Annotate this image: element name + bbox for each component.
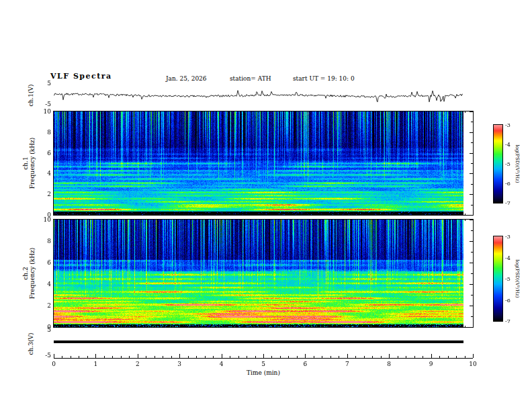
x-axis-tick-label: 7 (341, 361, 354, 367)
ch1-spectrogram-canvas (54, 111, 463, 215)
ch2-freq-tick-label: 8 (36, 238, 51, 244)
colorbar1-tick-label: -7 (505, 200, 511, 207)
colorbar2-tick-label: -7 (505, 318, 511, 325)
ch2-freq-tick-label: 6 (36, 259, 51, 266)
colorbar2-tick-label: -5 (505, 276, 511, 283)
ch1-freq-tick-label: 10 (36, 108, 51, 115)
ch1-volt-tick-label: 5 (36, 80, 51, 87)
colorbar1-tick-label: -5 (505, 161, 511, 168)
ch1-waveform-canvas (54, 83, 463, 107)
ch3-flatline-trace (54, 340, 463, 343)
colorbar1-tick-label: -3 (505, 122, 511, 129)
x-axis-tick-label: 3 (173, 361, 186, 367)
ch1-freq-tick-label: 2 (36, 191, 51, 197)
colorbar1-canvas (494, 125, 502, 203)
ch2-freq-tick-label: 4 (36, 281, 51, 287)
x-axis-tick-label: 4 (215, 361, 228, 367)
x-axis-tick-label: 1 (89, 361, 102, 367)
ch2-spectrogram-canvas (54, 220, 463, 327)
x-axis-tick-label: 2 (131, 361, 144, 367)
colorbar2-canvas (494, 236, 502, 321)
ch1-volt-tick-label: -5 (36, 101, 51, 107)
x-axis-tick-label: 0 (47, 361, 60, 367)
ch1-freq-tick-label: 4 (36, 170, 51, 177)
x-axis-tick-label: 6 (298, 361, 312, 367)
colorbar1-tick-label: -4 (505, 142, 511, 148)
x-axis-tick-label: 5 (257, 361, 270, 367)
ch1-freq-tick-label: 6 (36, 150, 51, 156)
ch3-volt-tick-label: 5 (36, 326, 51, 333)
x-axis-tick-label: 9 (425, 361, 438, 367)
colorbar2-tick-label: -3 (505, 234, 511, 240)
colorbar2-tick-label: -4 (505, 255, 511, 262)
vlf-spectra-figure: VLF Spectra Jan. 25, 2026 station= ATH s… (0, 0, 532, 411)
ch1-freq-tick-label: 8 (36, 129, 51, 136)
x-axis-tick-label: 8 (382, 361, 396, 367)
colorbar2-tick-label: -6 (505, 298, 511, 304)
ch2-freq-tick-label: 10 (36, 216, 51, 223)
ch3-volt-tick-label: -5 (36, 352, 51, 359)
colorbar1-tick-label: -6 (505, 181, 511, 187)
x-axis-tick-label: 10 (466, 361, 480, 367)
ch2-freq-tick-label: 2 (36, 302, 51, 309)
